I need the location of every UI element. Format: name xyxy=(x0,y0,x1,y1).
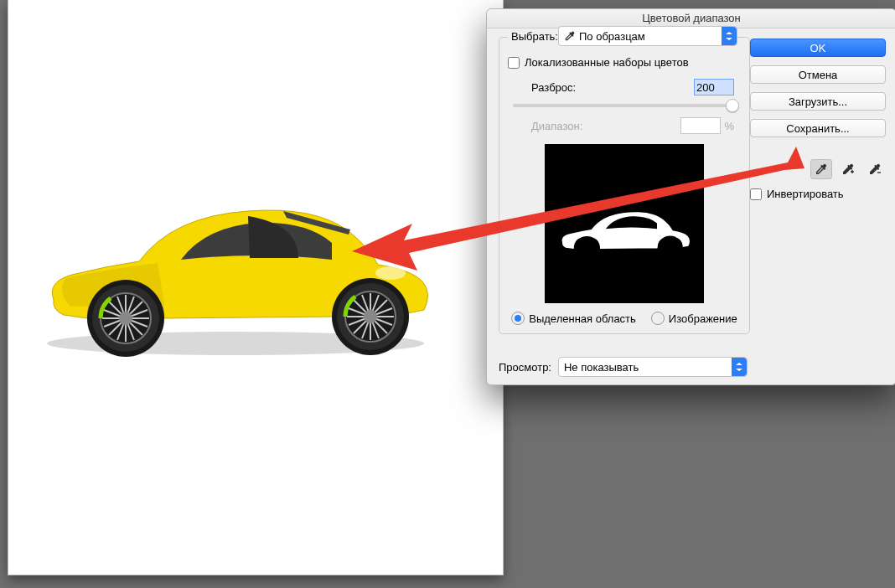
fuzziness-slider-thumb[interactable] xyxy=(726,99,739,112)
selection-preview xyxy=(545,144,704,303)
invert-checkbox-input[interactable] xyxy=(750,188,762,200)
radio-dot-icon xyxy=(651,312,665,325)
invert-checkbox[interactable]: Инвертировать xyxy=(750,188,844,200)
cancel-button[interactable]: Отмена xyxy=(750,65,886,84)
eyedropper-icon xyxy=(564,30,576,42)
svg-point-28 xyxy=(658,235,683,260)
select-mode-dropdown[interactable]: По образцам xyxy=(558,26,737,46)
preview-dropdown[interactable]: Не показывать xyxy=(558,357,748,377)
svg-point-24 xyxy=(364,310,377,323)
select-legend: Выбрать: xyxy=(508,30,561,43)
radio-selection[interactable]: Выделенная область xyxy=(511,312,636,325)
ok-button[interactable]: OK xyxy=(750,39,886,57)
localized-checkbox[interactable]: Локализованные наборы цветов xyxy=(508,56,689,69)
eyedropper-plus-icon xyxy=(841,162,855,176)
eyedropper-sample-button[interactable] xyxy=(810,159,832,179)
range-unit: % xyxy=(724,120,734,132)
eyedropper-icon xyxy=(815,162,828,176)
fuzziness-slider[interactable] xyxy=(513,104,736,107)
radio-dot-icon xyxy=(511,312,525,325)
fuzziness-input[interactable] xyxy=(694,79,734,95)
radio-selection-label: Выделенная область xyxy=(529,312,636,325)
preview-label: Просмотр: xyxy=(499,361,551,374)
svg-point-25 xyxy=(375,266,406,280)
radio-image-label: Изображение xyxy=(669,312,737,325)
save-button[interactable]: Сохранить... xyxy=(750,119,886,137)
select-mode-value: По образцам xyxy=(579,30,645,43)
color-range-dialog: Цветовой диапазон Выбрать: По образцам Л… xyxy=(486,8,895,385)
car-image xyxy=(39,183,432,362)
localized-checkbox-label: Локализованные наборы цветов xyxy=(525,56,689,69)
radio-image[interactable]: Изображение xyxy=(651,312,737,325)
document-canvas[interactable] xyxy=(8,0,503,575)
eyedropper-add-button[interactable] xyxy=(837,159,859,179)
load-button[interactable]: Загрузить... xyxy=(750,92,886,111)
range-label: Диапазон: xyxy=(531,120,582,132)
fuzziness-label: Разброс: xyxy=(531,81,576,94)
invert-checkbox-label: Инвертировать xyxy=(767,188,844,200)
eyedropper-subtract-button[interactable] xyxy=(864,159,886,179)
localized-checkbox-input[interactable] xyxy=(508,57,520,69)
svg-point-27 xyxy=(574,236,599,261)
range-input xyxy=(680,117,721,134)
preview-value: Не показывать xyxy=(564,361,639,374)
svg-point-13 xyxy=(119,312,132,325)
eyedropper-minus-icon xyxy=(868,162,882,176)
select-fieldset: Выбрать: По образцам Локализованные набо… xyxy=(499,37,750,334)
